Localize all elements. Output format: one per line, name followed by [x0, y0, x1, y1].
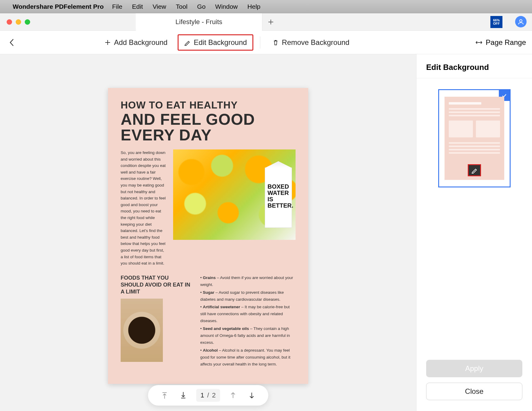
- page-current: 1: [201, 391, 204, 399]
- doc-coffee-image: [121, 299, 163, 362]
- arrow-down-icon: [248, 391, 255, 399]
- thumb-placeholder-line: [449, 149, 500, 150]
- prev-page-button[interactable]: [227, 390, 239, 401]
- promo-badge[interactable]: 66% OFF: [490, 16, 502, 28]
- arrow-up-icon: [230, 391, 236, 399]
- document-tab[interactable]: Lifestyle - Fruits: [136, 13, 262, 31]
- account-button[interactable]: [515, 16, 527, 27]
- document-tab-label: Lifestyle - Fruits: [176, 18, 222, 26]
- thumb-placeholder-line: [449, 152, 500, 154]
- page-range-label: Page Range: [486, 38, 526, 47]
- thumb-placeholder-line: [449, 111, 500, 113]
- remove-background-button[interactable]: Remove Background: [267, 35, 355, 50]
- thumb-placeholder-line: [449, 108, 500, 110]
- pencil-icon: [184, 39, 191, 46]
- last-page-button[interactable]: [178, 390, 189, 401]
- page-number-field[interactable]: 1 / 2: [196, 389, 220, 402]
- doc-bullet: • Grains – Avoid them if you are worried…: [200, 275, 296, 288]
- menu-view[interactable]: View: [153, 3, 166, 10]
- traffic-lights: [7, 19, 30, 25]
- page-range-button[interactable]: Page Range: [475, 38, 526, 47]
- add-background-button[interactable]: Add Background: [99, 35, 173, 50]
- edit-background-button[interactable]: Edit Background: [178, 34, 253, 51]
- arrow-bottom-icon: [180, 391, 187, 399]
- thumb-placeholder-line: [449, 115, 500, 116]
- next-page-button[interactable]: [246, 390, 257, 401]
- close-window-button[interactable]: [7, 19, 12, 25]
- thumb-placeholder-box: [476, 121, 500, 137]
- person-icon: [518, 18, 524, 25]
- svg-point-0: [520, 20, 522, 22]
- apply-button[interactable]: Apply: [426, 360, 522, 377]
- doc-milk-carton: BOXED WATER IS BETTER.: [265, 168, 292, 228]
- toolbar-separator: [260, 36, 260, 49]
- doc-bullet: • Seed and vegetable oils – They contain…: [200, 325, 296, 346]
- thumbnail-page: [445, 97, 504, 180]
- new-tab-button[interactable]: [262, 13, 279, 31]
- doc-intro-text: So, you are feeling down and worried abo…: [121, 149, 166, 267]
- menu-go[interactable]: Go: [197, 3, 206, 10]
- minimize-window-button[interactable]: [16, 19, 21, 25]
- remove-background-label: Remove Background: [282, 38, 350, 47]
- thumb-placeholder-line: [449, 102, 482, 105]
- app-name[interactable]: Wondershare PDFelement Pro: [13, 3, 104, 10]
- doc-bullet: • Sugar – Avoid sugar to prevent disease…: [200, 289, 296, 303]
- document-page[interactable]: HOW TO EAT HEALTHY AND FEEL GOOD EVERY D…: [108, 88, 308, 384]
- main-area: HOW TO EAT HEALTHY AND FEEL GOOD EVERY D…: [0, 54, 532, 411]
- doc-heading-2: AND FEEL GOOD EVERY DAY: [121, 111, 296, 143]
- doc-heading-1: HOW TO EAT HEALTHY: [121, 99, 296, 111]
- menu-help[interactable]: Help: [247, 3, 260, 10]
- window-tabbar: Lifestyle - Fruits 66% OFF: [0, 13, 532, 31]
- doc-bullet: • Alcohol – Alcohol is a depressant. You…: [200, 347, 296, 368]
- plus-icon: [268, 19, 274, 25]
- doc-subheading: FOODS THAT YOU SHOULD AVOID OR EAT IN A …: [121, 275, 193, 296]
- doc-carton-text: BOXED WATER IS BETTER.: [268, 171, 289, 209]
- sidebar-footer: Apply Close: [416, 353, 532, 411]
- doc-bullets: • Grains – Avoid them if you are worried…: [200, 275, 296, 369]
- thumb-placeholder-line: [449, 142, 500, 144]
- page-total: 2: [212, 391, 216, 399]
- page-navigation: 1 / 2: [148, 385, 268, 406]
- menu-tool[interactable]: Tool: [176, 3, 188, 10]
- background-thumbnail-list: [416, 78, 532, 198]
- doc-left-col: FOODS THAT YOU SHOULD AVOID OR EAT IN A …: [121, 275, 193, 369]
- thumb-placeholder-boxes: [449, 121, 500, 137]
- edit-background-label: Edit Background: [194, 38, 247, 47]
- doc-hero-image-wrap: BOXED WATER IS BETTER.: [173, 149, 296, 267]
- edit-background-sidebar: Edit Background: [416, 54, 532, 411]
- promo-line2: OFF: [493, 22, 500, 25]
- plus-icon: [104, 39, 111, 46]
- arrow-top-icon: [161, 391, 168, 399]
- macos-menubar: Wondershare PDFelement Pro File Edit Vie…: [0, 0, 532, 13]
- first-page-button[interactable]: [159, 390, 170, 401]
- menu-window[interactable]: Window: [215, 3, 238, 10]
- pencil-icon: [471, 167, 478, 174]
- menu-file[interactable]: File: [112, 3, 122, 10]
- thumb-placeholder-box: [449, 121, 473, 137]
- thumbnail-edit-button[interactable]: [468, 164, 481, 176]
- trash-icon: [272, 39, 279, 46]
- add-background-label: Add Background: [114, 38, 167, 47]
- zoom-window-button[interactable]: [25, 19, 30, 25]
- page-separator: /: [207, 391, 209, 399]
- thumb-placeholder-line: [449, 146, 500, 147]
- doc-bullet: • Artificial sweetener – It may be calor…: [200, 304, 296, 325]
- canvas-area[interactable]: HOW TO EAT HEALTHY AND FEEL GOOD EVERY D…: [0, 54, 416, 411]
- menu-edit[interactable]: Edit: [132, 3, 143, 10]
- background-thumbnail[interactable]: [438, 89, 511, 187]
- sidebar-title: Edit Background: [416, 54, 532, 78]
- doc-row-1: So, you are feeling down and worried abo…: [121, 149, 296, 267]
- doc-fruit-image: BOXED WATER IS BETTER.: [173, 149, 296, 240]
- close-button[interactable]: Close: [426, 383, 522, 400]
- doc-row-2: FOODS THAT YOU SHOULD AVOID OR EAT IN A …: [121, 275, 296, 369]
- chevron-left-icon: [9, 38, 14, 47]
- page-range-icon: [475, 39, 483, 46]
- background-toolbar: Add Background Edit Background Remove Ba…: [0, 31, 532, 54]
- back-button[interactable]: [5, 36, 18, 49]
